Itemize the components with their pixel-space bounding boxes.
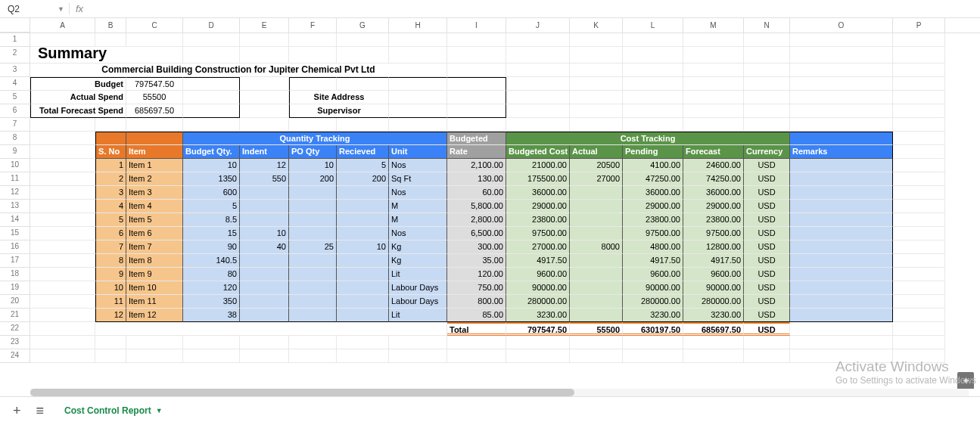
pending-cell[interactable]: 90000.00: [623, 281, 683, 295]
row-header-9[interactable]: 9: [0, 145, 30, 159]
pending-cell[interactable]: 97500.00: [623, 227, 683, 240]
cell[interactable]: [570, 64, 623, 77]
unit-cell[interactable]: M: [389, 213, 447, 227]
cell[interactable]: [744, 64, 790, 77]
recieved-cell[interactable]: [337, 309, 389, 322]
cell[interactable]: [289, 118, 337, 132]
cell[interactable]: [893, 64, 945, 77]
pending-cell[interactable]: 4917.50: [623, 254, 683, 268]
row-header-4[interactable]: 4: [0, 77, 30, 91]
unit-cell[interactable]: Labour Days: [389, 281, 447, 295]
cell[interactable]: [30, 254, 95, 268]
rate-cell[interactable]: 2,800.00: [447, 213, 506, 227]
cell[interactable]: [893, 159, 945, 172]
col-header-A[interactable]: A: [30, 18, 95, 33]
cell[interactable]: [623, 91, 683, 104]
currency-cell[interactable]: USD: [744, 200, 790, 213]
cell[interactable]: [289, 77, 337, 91]
currency-cell[interactable]: USD: [744, 213, 790, 227]
row-header-15[interactable]: 15: [0, 227, 30, 240]
rate-cell[interactable]: 120.00: [447, 268, 506, 281]
remarks-cell[interactable]: [790, 268, 893, 281]
cell[interactable]: [623, 64, 683, 77]
cell[interactable]: [623, 118, 683, 132]
row-header-7[interactable]: 7: [0, 118, 30, 132]
actual-cell[interactable]: [570, 281, 623, 295]
pending-cell[interactable]: 9600.00: [623, 268, 683, 281]
row-header-1[interactable]: 1: [0, 33, 30, 47]
po-qty-cell[interactable]: [289, 254, 337, 268]
cell[interactable]: [240, 118, 289, 132]
cell[interactable]: [30, 186, 95, 200]
forecast-cell[interactable]: 74250.00: [683, 172, 744, 186]
cell[interactable]: [744, 33, 790, 47]
rate-cell[interactable]: 300.00: [447, 240, 506, 254]
remarks-cell[interactable]: [790, 200, 893, 213]
remarks-cell[interactable]: [790, 172, 893, 186]
sno-cell[interactable]: 5: [95, 213, 126, 227]
cell[interactable]: [683, 336, 744, 349]
cell[interactable]: [389, 118, 447, 132]
indent-cell[interactable]: [240, 295, 289, 309]
cell[interactable]: [570, 104, 623, 118]
indent-cell[interactable]: 550: [240, 172, 289, 186]
item-cell[interactable]: Item 2: [126, 172, 183, 186]
indent-cell[interactable]: [240, 254, 289, 268]
recieved-cell[interactable]: 5: [337, 159, 389, 172]
cell[interactable]: [893, 213, 945, 227]
item-cell[interactable]: Item 10: [126, 281, 183, 295]
budgeted-cost-cell[interactable]: 29000.00: [506, 200, 570, 213]
cell[interactable]: [240, 47, 289, 64]
col-header-H[interactable]: H: [389, 18, 447, 33]
cell[interactable]: [683, 77, 744, 91]
pending-cell[interactable]: 29000.00: [623, 200, 683, 213]
currency-cell[interactable]: USD: [744, 172, 790, 186]
forecast-cell[interactable]: 12800.00: [683, 240, 744, 254]
budgeted-cost-cell[interactable]: 27000.00: [506, 240, 570, 254]
budget-qty-cell[interactable]: 1350: [183, 172, 240, 186]
pending-cell[interactable]: 4100.00: [623, 159, 683, 172]
cell[interactable]: [447, 33, 506, 47]
item-cell[interactable]: Item 11: [126, 295, 183, 309]
cell[interactable]: [744, 47, 790, 64]
cell[interactable]: [570, 33, 623, 47]
cell[interactable]: [893, 186, 945, 200]
cell[interactable]: [790, 118, 893, 132]
budgeted-cost-cell[interactable]: 9600.00: [506, 268, 570, 281]
cell[interactable]: [506, 47, 570, 64]
cell[interactable]: [447, 77, 506, 91]
cell[interactable]: [183, 349, 240, 363]
cell[interactable]: [893, 309, 945, 322]
cell[interactable]: [389, 77, 447, 91]
recieved-cell[interactable]: [337, 254, 389, 268]
po-qty-cell[interactable]: [289, 281, 337, 295]
actual-cell[interactable]: 20500: [570, 159, 623, 172]
cell[interactable]: [95, 349, 126, 363]
sno-cell[interactable]: 11: [95, 295, 126, 309]
cell[interactable]: [790, 336, 893, 349]
cell[interactable]: [289, 33, 337, 47]
budgeted-cost-cell[interactable]: 90000.00: [506, 281, 570, 295]
rate-cell[interactable]: 130.00: [447, 172, 506, 186]
cell[interactable]: [683, 349, 744, 363]
cell[interactable]: [126, 118, 183, 132]
budget-qty-cell[interactable]: 8.5: [183, 213, 240, 227]
unit-cell[interactable]: Lit: [389, 268, 447, 281]
row-header-20[interactable]: 20: [0, 295, 30, 309]
unit-cell[interactable]: Nos: [389, 159, 447, 172]
cell[interactable]: [30, 213, 95, 227]
cell[interactable]: [893, 77, 945, 91]
cell[interactable]: [744, 104, 790, 118]
currency-cell[interactable]: USD: [744, 240, 790, 254]
cell[interactable]: [570, 91, 623, 104]
cell[interactable]: [389, 33, 447, 47]
unit-cell[interactable]: Nos: [389, 186, 447, 200]
cell[interactable]: [506, 77, 570, 91]
col-header-I[interactable]: I: [447, 18, 506, 33]
cell[interactable]: [183, 104, 240, 118]
actual-cell[interactable]: [570, 309, 623, 322]
row-header-21[interactable]: 21: [0, 309, 30, 322]
cell[interactable]: [893, 336, 945, 349]
cell[interactable]: [623, 47, 683, 64]
row-header-5[interactable]: 5: [0, 91, 30, 104]
